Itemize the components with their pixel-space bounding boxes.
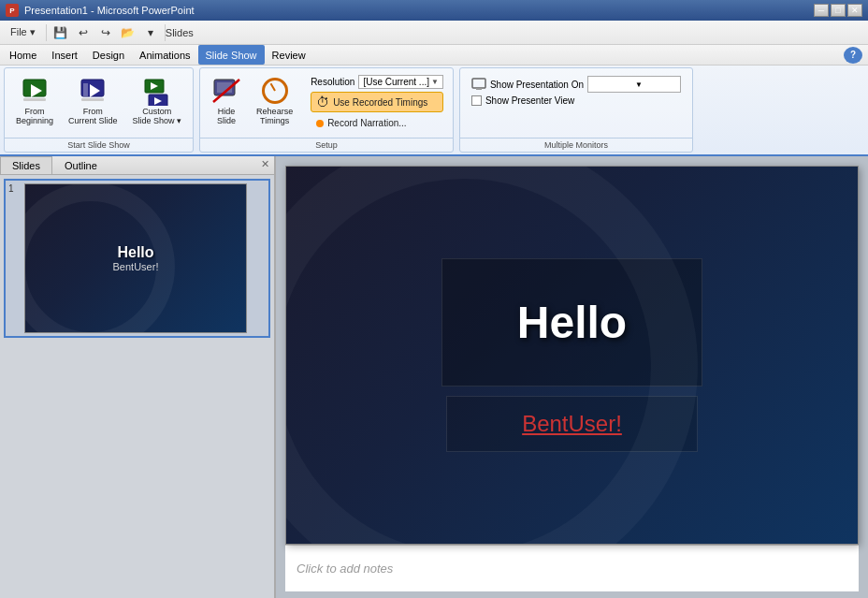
left-panel: Slides Outline ✕ 1 Hello BentUser! bbox=[0, 156, 276, 598]
slide-thumb[interactable]: 1 Hello BentUser! bbox=[4, 179, 270, 338]
resolution-value: [Use Current ...] bbox=[363, 77, 429, 87]
custom-slideshow-icon bbox=[142, 76, 172, 106]
menu-animations[interactable]: Animations bbox=[132, 45, 197, 65]
menu-insert[interactable]: Insert bbox=[44, 45, 85, 65]
hide-slide-button[interactable]: HideSlide bbox=[206, 72, 247, 130]
tab-outline[interactable]: Outline bbox=[52, 156, 109, 174]
svg-rect-5 bbox=[83, 83, 88, 96]
svg-rect-2 bbox=[23, 98, 46, 101]
notes-area[interactable]: Click to add notes bbox=[285, 545, 859, 591]
record-narration-button[interactable]: Record Narration... bbox=[311, 115, 443, 131]
resolution-row: Resolution [Use Current ...] ▼ bbox=[311, 75, 443, 89]
preview-curve bbox=[24, 183, 175, 333]
ribbon: FromBeginning FromCurrent Slide bbox=[0, 66, 868, 156]
use-recorded-timings-icon: ⏱ bbox=[316, 95, 329, 109]
minimize-button[interactable]: ─ bbox=[814, 4, 829, 17]
use-recorded-timings-label: Use Recorded Timings bbox=[333, 97, 427, 108]
slide-canvas[interactable]: Hello BentUser! bbox=[285, 166, 859, 545]
from-beginning-icon bbox=[20, 76, 50, 106]
ribbon-group-setup-content: HideSlide RehearseTimings Resolution bbox=[200, 68, 453, 138]
restore-button[interactable]: □ bbox=[831, 4, 846, 17]
record-dot-icon bbox=[316, 120, 324, 127]
monitor-icon bbox=[471, 78, 486, 91]
show-presentation-row: Show Presentation On ▼ bbox=[471, 76, 681, 93]
from-current-button[interactable]: FromCurrent Slide bbox=[63, 72, 123, 130]
menu-home[interactable]: Home bbox=[2, 45, 44, 65]
panel-tabs: Slides Outline ✕ bbox=[0, 156, 274, 175]
monitor-dropdown[interactable]: ▼ bbox=[587, 76, 681, 93]
from-current-label: FromCurrent Slide bbox=[68, 108, 118, 126]
help-button[interactable]: ? bbox=[844, 47, 862, 64]
from-beginning-button[interactable]: FromBeginning bbox=[10, 72, 59, 130]
group-label-start: Start Slide Show bbox=[5, 138, 193, 152]
svg-rect-15 bbox=[476, 88, 482, 90]
ribbon-content: FromBeginning FromCurrent Slide bbox=[0, 66, 868, 154]
show-presentation-label: Show Presentation On bbox=[490, 80, 584, 90]
open-button[interactable]: 📂 bbox=[118, 22, 138, 43]
show-presenter-row: Show Presenter View bbox=[471, 95, 681, 106]
slides-tab[interactable]: Slides bbox=[169, 22, 190, 43]
monitor-dropdown-arrow: ▼ bbox=[635, 80, 643, 89]
setup-right-col: Resolution [Use Current ...] ▼ ⏱ Use Rec… bbox=[307, 72, 447, 134]
from-current-icon bbox=[78, 76, 108, 106]
svg-rect-14 bbox=[472, 79, 485, 88]
menu-slideshow[interactable]: Slide Show bbox=[198, 45, 265, 65]
rehearse-timings-icon bbox=[260, 76, 290, 106]
use-recorded-timings-button[interactable]: ⏱ Use Recorded Timings bbox=[311, 92, 443, 112]
ribbon-group-monitors-content: Show Presentation On ▼ Show Presenter Vi… bbox=[460, 68, 692, 138]
notes-placeholder: Click to add notes bbox=[297, 562, 393, 576]
main-area: Slides Outline ✕ 1 Hello BentUser! bbox=[0, 156, 868, 598]
resolution-dropdown-arrow: ▼ bbox=[431, 78, 439, 86]
group-label-setup: Setup bbox=[200, 138, 453, 152]
main-slide-area: Hello BentUser! Click to add notes bbox=[276, 156, 868, 598]
rehearse-timings-button[interactable]: RehearseTimings bbox=[251, 72, 298, 130]
menu-bar: Home Insert Design Animations Slide Show… bbox=[0, 45, 868, 66]
window-title: Presentation1 - Microsoft PowerPoint bbox=[24, 5, 195, 16]
ribbon-group-start-slideshow: FromBeginning FromCurrent Slide bbox=[4, 67, 194, 153]
panel-close-button[interactable]: ✕ bbox=[256, 156, 274, 174]
quick-access-toolbar: File ▾ 💾 ↩ ↪ 📂 ▾ Slides bbox=[0, 21, 868, 45]
hide-slide-label: HideSlide bbox=[217, 108, 236, 126]
show-presenter-checkbox[interactable] bbox=[471, 95, 482, 106]
slide-background-curve bbox=[285, 166, 698, 545]
ribbon-group-setup: HideSlide RehearseTimings Resolution bbox=[199, 67, 454, 153]
menu-review[interactable]: Review bbox=[265, 45, 313, 65]
slide-number: 1 bbox=[8, 183, 20, 333]
menu-design[interactable]: Design bbox=[85, 45, 132, 65]
tab-slides[interactable]: Slides bbox=[0, 156, 52, 174]
qa-dropdown[interactable]: ▾ bbox=[140, 22, 161, 43]
resolution-label: Resolution bbox=[311, 77, 354, 87]
redo-button[interactable]: ↪ bbox=[95, 22, 116, 43]
hide-slide-icon bbox=[211, 76, 241, 106]
separator bbox=[46, 24, 47, 41]
show-presenter-label: Show Presenter View bbox=[485, 95, 574, 106]
undo-button[interactable]: ↩ bbox=[73, 22, 94, 43]
custom-slideshow-button[interactable]: CustomSlide Show ▾ bbox=[127, 72, 188, 130]
close-button[interactable]: ✕ bbox=[847, 4, 862, 17]
ribbon-group-monitors: Show Presentation On ▼ Show Presenter Vi… bbox=[459, 67, 693, 153]
file-menu[interactable]: File ▾ bbox=[4, 22, 42, 43]
custom-slideshow-label: CustomSlide Show ▾ bbox=[133, 108, 182, 126]
window-controls: ─ □ ✕ bbox=[814, 4, 862, 17]
svg-rect-6 bbox=[81, 98, 104, 101]
from-beginning-label: FromBeginning bbox=[16, 108, 53, 126]
title-bar: P Presentation1 - Microsoft PowerPoint ─… bbox=[0, 0, 868, 21]
slide-preview: Hello BentUser! bbox=[24, 183, 247, 333]
rehearse-timings-label: RehearseTimings bbox=[256, 108, 293, 126]
app-icon: P bbox=[6, 4, 19, 17]
save-button[interactable]: 💾 bbox=[51, 22, 71, 43]
group-label-monitors: Multiple Monitors bbox=[460, 138, 692, 152]
record-narration-label: Record Narration... bbox=[327, 118, 406, 128]
monitor-section: Show Presentation On ▼ Show Presenter Vi… bbox=[466, 72, 687, 109]
slide-list: 1 Hello BentUser! bbox=[0, 175, 274, 598]
ribbon-group-start-content: FromBeginning FromCurrent Slide bbox=[5, 68, 193, 138]
resolution-dropdown[interactable]: [Use Current ...] ▼ bbox=[358, 75, 443, 89]
